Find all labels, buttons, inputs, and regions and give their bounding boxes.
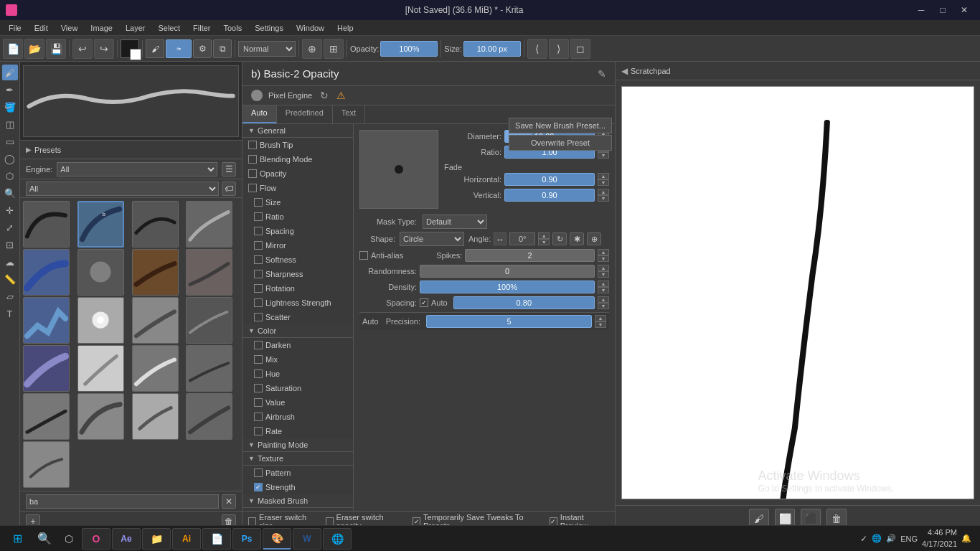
- tab-auto[interactable]: Auto: [242, 105, 277, 123]
- eraser-opacity-checkbox[interactable]: [326, 517, 334, 526]
- brush-preset-19[interactable]: [132, 393, 179, 440]
- blend-mode-select[interactable]: Normal: [238, 41, 296, 57]
- density-spinbox[interactable]: ▲ ▼: [598, 281, 609, 293]
- tool-select-poly[interactable]: ⬡: [2, 168, 18, 184]
- mask-type-select[interactable]: Default: [423, 215, 487, 229]
- item-hue[interactable]: Hue: [242, 367, 353, 381]
- menu-filter[interactable]: Filter: [187, 22, 216, 34]
- menu-image[interactable]: Image: [85, 22, 118, 34]
- brush-preset-9[interactable]: [23, 297, 70, 344]
- angle-mode-btn-3[interactable]: ⊕: [587, 232, 601, 245]
- taskbar-illustrator[interactable]: Ai: [172, 528, 201, 550]
- tool-text[interactable]: T: [2, 306, 18, 321]
- item-softness[interactable]: Softness: [242, 253, 353, 267]
- spacing-auto-checkbox[interactable]: ✓: [420, 298, 428, 307]
- angle-mode-btn-1[interactable]: ↻: [552, 232, 567, 245]
- tab-predefined[interactable]: Predefined: [277, 105, 333, 123]
- menu-edit[interactable]: Edit: [29, 22, 54, 34]
- presets-collapse-icon[interactable]: ▶: [26, 146, 32, 154]
- precision-down-btn[interactable]: ▼: [595, 321, 606, 328]
- vertical-spinbox[interactable]: ▲ ▼: [598, 189, 609, 202]
- taskbar-search-btn[interactable]: 🔍: [33, 528, 56, 550]
- scratchpad-collapse-btn[interactable]: ◀: [621, 66, 628, 76]
- engine-select[interactable]: All: [57, 162, 217, 176]
- next-btn[interactable]: ⟩: [549, 39, 569, 59]
- angle-spinbox[interactable]: ▲ ▼: [538, 232, 550, 245]
- tag-select[interactable]: All: [26, 182, 219, 196]
- randomness-down-btn[interactable]: ▼: [598, 271, 609, 278]
- overwrite-preset-btn[interactable]: Overwrite Preset: [509, 135, 612, 151]
- brush-preset-16[interactable]: [186, 345, 232, 392]
- precision-slider[interactable]: 5: [426, 315, 592, 328]
- brush-preset-21[interactable]: [23, 441, 70, 488]
- tool-calligraphy[interactable]: ✒: [2, 82, 18, 98]
- brush-preset-4[interactable]: [186, 201, 232, 248]
- ratio-down-btn[interactable]: ▼: [598, 152, 609, 159]
- brush-preset-10[interactable]: [77, 297, 124, 344]
- angle-mode-btn-2[interactable]: ✱: [570, 232, 584, 245]
- taskbar-krita[interactable]: 🎨: [263, 528, 291, 550]
- item-mix[interactable]: Mix: [242, 352, 353, 367]
- scratchpad-canvas[interactable]: [621, 86, 974, 499]
- precision-spinbox[interactable]: ▲ ▼: [595, 315, 606, 328]
- menu-help[interactable]: Help: [331, 22, 359, 34]
- tool-zoom[interactable]: 🔍: [2, 185, 18, 201]
- taskbar-browser[interactable]: 🌐: [323, 528, 352, 550]
- section-masked-brush[interactable]: ▼ Masked Brush: [242, 494, 353, 508]
- item-ratio[interactable]: Ratio: [242, 209, 353, 224]
- brush-preset-13[interactable]: [23, 345, 70, 392]
- item-saturation[interactable]: Saturation: [242, 381, 353, 395]
- brush-preset-7[interactable]: [132, 249, 179, 296]
- item-rotation[interactable]: Rotation: [242, 281, 353, 296]
- spacing-down-btn[interactable]: ▼: [598, 303, 609, 309]
- brush-preset-15[interactable]: [132, 345, 179, 392]
- save-btn[interactable]: 💾: [46, 39, 66, 59]
- taskbar-photoshop[interactable]: Ps: [232, 528, 261, 550]
- angle-down-btn[interactable]: ▼: [538, 239, 550, 245]
- item-opacity[interactable]: Opacity: [242, 166, 353, 181]
- size-bar[interactable]: 10.00 px: [463, 41, 521, 57]
- extra-btn1[interactable]: ◻: [570, 39, 590, 59]
- task-view-btn[interactable]: ⬡: [57, 528, 80, 550]
- item-pattern[interactable]: Pattern: [242, 466, 353, 480]
- close-button[interactable]: ✕: [954, 3, 974, 17]
- menu-file[interactable]: File: [3, 22, 27, 34]
- item-brush-tip[interactable]: Brush Tip: [242, 138, 353, 152]
- wrap-btn[interactable]: ⧉: [213, 39, 232, 58]
- grid-btn[interactable]: ⊞: [324, 39, 344, 59]
- tool-select-rect[interactable]: ▭: [2, 133, 18, 149]
- eraser-size-checkbox[interactable]: [248, 517, 256, 526]
- taskbar-file-manager[interactable]: 📁: [142, 528, 171, 550]
- open-btn[interactable]: 📂: [24, 39, 44, 59]
- density-up-btn[interactable]: ▲: [598, 281, 609, 287]
- item-value[interactable]: Value: [242, 395, 353, 410]
- vertical-up-btn[interactable]: ▲: [598, 189, 609, 195]
- vertical-slider[interactable]: 0.90: [504, 189, 595, 202]
- maximize-button[interactable]: □: [933, 3, 953, 17]
- item-rate[interactable]: Rate: [242, 424, 353, 438]
- tool-transform[interactable]: ⤢: [2, 220, 18, 235]
- spikes-slider[interactable]: 2: [465, 249, 595, 262]
- new-btn[interactable]: 📄: [3, 39, 23, 59]
- brush-preset-17[interactable]: [23, 393, 70, 440]
- taskbar-volume-icon[interactable]: 🔊: [886, 534, 896, 543]
- taskbar-word[interactable]: W: [293, 528, 321, 550]
- section-painting-mode[interactable]: ▼ Painting Mode: [242, 438, 353, 452]
- item-size[interactable]: Size: [242, 195, 353, 209]
- section-general[interactable]: ▼ General: [242, 124, 353, 138]
- minimize-button[interactable]: ─: [911, 3, 931, 17]
- shape-select[interactable]: Circle: [400, 232, 464, 246]
- redo-btn[interactable]: ↪: [94, 39, 114, 59]
- fg-color[interactable]: [121, 39, 139, 58]
- horizontal-up-btn[interactable]: ▲: [598, 173, 609, 179]
- tool-shape[interactable]: ▱: [2, 288, 18, 304]
- brush-icon[interactable]: 🖌: [146, 39, 164, 58]
- brush-preset-11[interactable]: [132, 297, 179, 344]
- tool-smudge[interactable]: ☁: [2, 254, 18, 270]
- vertical-down-btn[interactable]: ▼: [598, 195, 609, 202]
- horizontal-slider[interactable]: 0.90: [504, 173, 595, 186]
- menu-layer[interactable]: Layer: [120, 22, 151, 34]
- tool-paint[interactable]: 🖌: [2, 65, 18, 80]
- item-darken[interactable]: Darken: [242, 338, 353, 352]
- spacing-up-btn[interactable]: ▲: [598, 296, 609, 303]
